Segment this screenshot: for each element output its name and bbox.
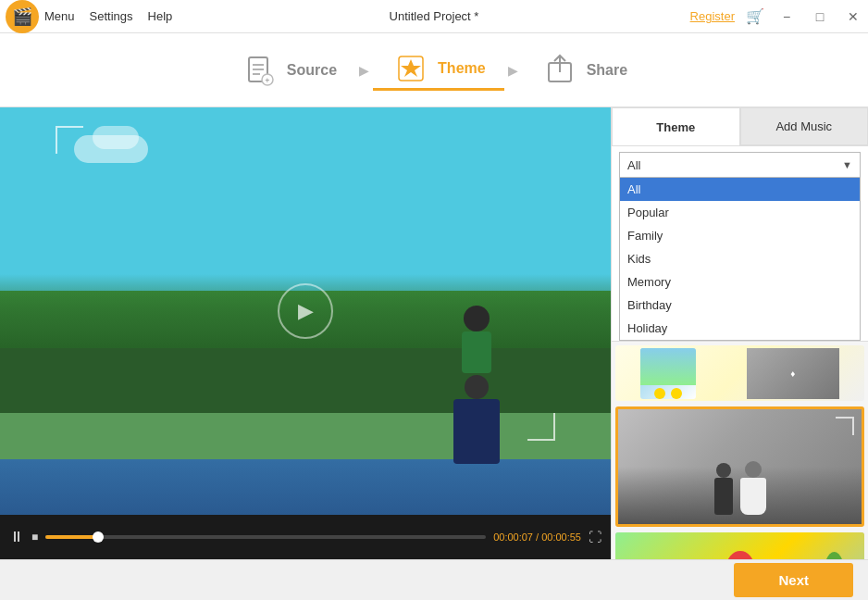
menu-item-settings[interactable]: Settings (90, 9, 133, 23)
wedding-couple (714, 461, 766, 515)
adult-body (453, 399, 500, 464)
option-birthday[interactable]: Birthday (620, 294, 860, 317)
person-group (453, 306, 500, 464)
maximize-button[interactable]: □ (805, 2, 835, 31)
thumb-wedding (618, 409, 862, 524)
play-circle[interactable]: ▶ (278, 283, 333, 339)
time-display: 00:00:07 / 00:00:55 (493, 531, 581, 543)
dropdown-value: All (620, 158, 835, 172)
menu-bar: Menu Settings Help (44, 9, 172, 23)
theme-item-2[interactable] (615, 406, 864, 527)
option-all[interactable]: All (620, 178, 860, 201)
stop-button[interactable]: ■ (31, 531, 38, 544)
progress-thumb[interactable] (93, 531, 104, 543)
step-source[interactable]: + Source (222, 51, 355, 90)
panel-tabs: Theme Add Music (612, 107, 868, 146)
option-popular[interactable]: Popular (620, 201, 860, 224)
source-label: Source (287, 62, 337, 79)
time-total: 00:00:55 (541, 531, 581, 543)
cloud-2 (93, 126, 139, 149)
step-arrow-2: ▶ (508, 63, 518, 78)
dropdown-bar[interactable]: All ▼ (619, 152, 861, 178)
menu-item-help[interactable]: Help (148, 9, 173, 23)
pause-button[interactable]: ⏸ (9, 529, 24, 545)
theme-icon (391, 49, 430, 88)
app-logo: 🎬 (6, 0, 39, 33)
titlebar: 🎬 Menu Settings Help Untitled Project * … (0, 0, 868, 33)
option-holiday[interactable]: Holiday (620, 317, 860, 340)
share-label: Share (587, 62, 627, 79)
source-icon: + (241, 51, 279, 90)
theme-item-3[interactable] (615, 532, 864, 559)
fullscreen-button[interactable]: ⛶ (589, 530, 601, 544)
thumb-kids (615, 532, 864, 559)
main-area: ▶ ⏸ ■ 00:00:07 / 00:00:55 ⛶ Theme (0, 107, 868, 559)
corner-bracket-br (527, 413, 555, 441)
adult-head (465, 375, 489, 399)
step-bar: + Source ▶ Theme ▶ Share (0, 33, 868, 107)
time-current: 00:00:07 (493, 531, 533, 543)
progress-fill (45, 535, 98, 539)
thumb-preview-1b: ♦ (747, 348, 839, 399)
theme-item-1[interactable]: ♦ (615, 345, 864, 401)
close-button[interactable]: ✕ (838, 2, 868, 31)
dropdown-list: All Popular Family Kids Memory Birthday … (619, 178, 861, 341)
option-family[interactable]: Family (620, 224, 860, 247)
right-panel: Theme Add Music All ▼ All Popular Family… (611, 107, 868, 559)
video-scene: ▶ (0, 107, 611, 515)
step-arrow-1: ▶ (359, 63, 369, 78)
bottom-bar: Next (0, 559, 868, 600)
window-controls: Register 🛒 − □ ✕ (690, 2, 868, 31)
option-memory[interactable]: Memory (620, 270, 860, 294)
cart-icon[interactable]: 🛒 (746, 7, 764, 25)
theme-label: Theme (438, 60, 486, 77)
thumb-preview-1a (640, 348, 696, 399)
minimize-button[interactable]: − (772, 2, 801, 31)
dropdown-container: All ▼ All Popular Family Kids Memory Bir… (612, 146, 868, 342)
corner-bracket-tl (56, 126, 83, 154)
tab-add-music[interactable]: Add Music (740, 107, 869, 145)
share-icon (540, 51, 579, 90)
svg-text:+: + (265, 76, 269, 85)
tree-dark (0, 348, 611, 422)
register-link[interactable]: Register (690, 9, 735, 23)
child-head (464, 306, 490, 331)
video-panel: ▶ ⏸ ■ 00:00:07 / 00:00:55 ⛶ (0, 107, 611, 559)
ground (0, 413, 611, 459)
step-share[interactable]: Share (522, 51, 646, 90)
progress-bar[interactable] (45, 535, 486, 539)
step-theme[interactable]: Theme (373, 49, 504, 91)
tab-theme[interactable]: Theme (612, 107, 740, 145)
dropdown-arrow-icon: ▼ (835, 159, 860, 170)
next-button[interactable]: Next (734, 563, 853, 597)
window-title: Untitled Project * (390, 9, 479, 23)
option-kids[interactable]: Kids (620, 247, 860, 270)
corner-br-thumb (836, 417, 854, 435)
video-controls: ⏸ ■ 00:00:07 / 00:00:55 ⛶ (0, 515, 611, 559)
menu-item-menu[interactable]: Menu (44, 9, 75, 23)
child-body (462, 331, 491, 373)
theme-list[interactable]: ♦ (612, 342, 868, 559)
